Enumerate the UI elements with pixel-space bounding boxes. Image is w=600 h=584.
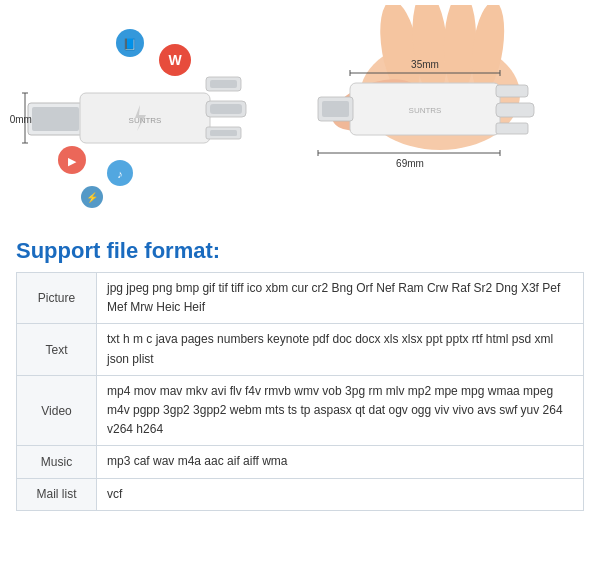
svg-rect-9 xyxy=(210,104,242,114)
formats-cell: txt h m c java pages numbers keynote pdf… xyxy=(97,324,584,375)
svg-rect-2 xyxy=(32,107,79,131)
device-illustration: SUNTRS W 📘 ▶ ♪ ⚡ 10mm xyxy=(0,0,600,230)
table-row: Musicmp3 caf wav m4a aac aif aiff wma xyxy=(17,446,584,478)
svg-text:📘: 📘 xyxy=(123,37,137,51)
category-cell: Picture xyxy=(17,273,97,324)
category-cell: Text xyxy=(17,324,97,375)
svg-text:▶: ▶ xyxy=(68,155,77,167)
svg-rect-11 xyxy=(210,130,237,136)
table-row: Texttxt h m c java pages numbers keynote… xyxy=(17,324,584,375)
support-title: Support file format: xyxy=(16,238,584,264)
svg-text:35mm: 35mm xyxy=(411,59,439,70)
formats-cell: mp4 mov mav mkv avi flv f4v rmvb wmv vob… xyxy=(97,375,584,446)
svg-text:SUNTRS: SUNTRS xyxy=(409,106,442,115)
category-cell: Music xyxy=(17,446,97,478)
svg-rect-33 xyxy=(496,85,528,97)
support-section: Support file format: Picturejpg jpeg png… xyxy=(0,230,600,511)
svg-text:SUNTRS: SUNTRS xyxy=(129,116,162,125)
formats-cell: vcf xyxy=(97,478,584,510)
formats-cell: jpg jpeg png bmp gif tif tiff ico xbm cu… xyxy=(97,273,584,324)
svg-text:W: W xyxy=(168,52,182,68)
category-cell: Mail list xyxy=(17,478,97,510)
table-row: Picturejpg jpeg png bmp gif tif tiff ico… xyxy=(17,273,584,324)
formats-cell: mp3 caf wav m4a aac aif aiff wma xyxy=(97,446,584,478)
table-row: Videomp4 mov mav mkv avi flv f4v rmvb wm… xyxy=(17,375,584,446)
svg-rect-35 xyxy=(496,123,528,134)
svg-text:⚡: ⚡ xyxy=(86,191,99,204)
svg-rect-7 xyxy=(210,80,237,88)
svg-rect-37 xyxy=(322,101,349,117)
category-cell: Video xyxy=(17,375,97,446)
svg-rect-34 xyxy=(496,103,534,117)
svg-text:♪: ♪ xyxy=(117,168,123,180)
table-row: Mail listvcf xyxy=(17,478,584,510)
format-table: Picturejpg jpeg png bmp gif tif tiff ico… xyxy=(16,272,584,511)
svg-text:69mm: 69mm xyxy=(396,158,424,169)
svg-text:10mm: 10mm xyxy=(10,114,32,125)
